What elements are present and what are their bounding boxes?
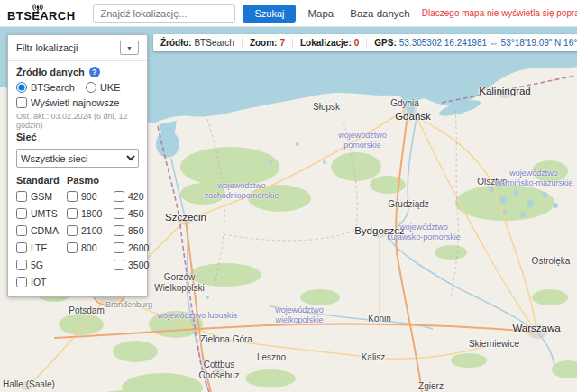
column-standard-label: Standard xyxy=(16,175,67,186)
band-checkbox-900[interactable]: 900 xyxy=(67,189,114,203)
radio-btsearch[interactable]: BTSearch xyxy=(16,82,75,93)
info-source: Źródło:BTSearch xyxy=(153,38,242,48)
filter-collapse-button[interactable]: ▼ xyxy=(120,41,139,55)
top-bar: BTSEARCH Szukaj Mapa Baza danych Dlaczeg… xyxy=(0,0,577,27)
band-checkbox-2100[interactable]: 2100 xyxy=(67,223,114,237)
standard-label: UMTS xyxy=(31,208,58,219)
band-label: 2600 xyxy=(128,242,149,253)
info-zoom: Zoom:7 xyxy=(242,38,292,48)
info-locations-label: Lokalizacje: xyxy=(300,38,352,48)
show-newest-label: Wyświetl najnowsze xyxy=(31,97,119,108)
network-select[interactable]: Wszystkie sieci xyxy=(16,149,139,168)
band-checkbox-input-800[interactable] xyxy=(67,242,78,253)
band-label: 900 xyxy=(81,191,97,202)
info-locations-value: 0 xyxy=(354,38,360,48)
band-checkbox-input-1800[interactable] xyxy=(67,208,78,219)
band-label: 2100 xyxy=(81,225,102,236)
info-zoom-label: Zoom: xyxy=(250,38,278,48)
standard-label: 5G xyxy=(31,260,43,270)
show-newest-checkbox-input[interactable] xyxy=(16,97,27,108)
radio-uke-input[interactable] xyxy=(86,82,96,93)
standard-label: LTE xyxy=(31,242,47,253)
band-checkbox-450[interactable]: 450 xyxy=(114,206,149,220)
band-checkbox-input-850[interactable] xyxy=(114,225,124,236)
column-pasmo-label: Pasmo xyxy=(67,175,114,186)
radio-uke[interactable]: UKE xyxy=(86,82,121,93)
filter-panel-title: Filtr lokalizacji xyxy=(16,42,78,53)
search-input[interactable] xyxy=(93,4,235,23)
info-source-value: BTSearch xyxy=(194,38,234,48)
show-newest-checkbox[interactable]: Wyświetl najnowsze xyxy=(16,97,139,108)
info-source-label: Źródło: xyxy=(160,38,191,48)
info-gps: GPS:53.305302 16.241981 ⇔ 53°18'19.09" N… xyxy=(366,38,577,48)
standard-checkbox-5g[interactable]: 5G xyxy=(16,258,67,271)
band-label: 3500 xyxy=(128,260,149,270)
standard-checkbox-input-iot[interactable] xyxy=(16,277,27,287)
standard-checkbox-lte[interactable]: LTE xyxy=(16,241,67,254)
band-label: 450 xyxy=(128,208,144,219)
radio-btsearch-label: BTSearch xyxy=(31,82,75,93)
band-label: 1800 xyxy=(81,208,102,219)
band-label: 850 xyxy=(128,225,144,236)
standard-checkbox-input-5g[interactable] xyxy=(16,260,27,270)
info-locations: Lokalizacje:0 xyxy=(292,38,366,48)
last-update-text: Ost. akt.: 03.02.2024 (6 dni, 12 godzin) xyxy=(16,112,139,130)
band-checkbox-input-450[interactable] xyxy=(114,208,124,219)
band-label: 800 xyxy=(81,242,97,253)
band-checkbox-3500[interactable]: 3500 xyxy=(114,258,149,271)
help-icon[interactable]: ? xyxy=(89,67,100,77)
source-section-label: Źródło danych xyxy=(16,67,85,77)
band-label: 420 xyxy=(128,191,144,202)
band-checkbox-850[interactable]: 850 xyxy=(114,223,149,237)
radio-uke-label: UKE xyxy=(100,82,121,93)
band-checkbox-input-900[interactable] xyxy=(67,191,78,202)
map-warning-link[interactable]: Dlaczego mapa nie wyświetla się poprawni… xyxy=(422,8,577,18)
band-checkbox-420[interactable]: 420 xyxy=(114,189,149,203)
standard-checkbox-gsm[interactable]: GSM xyxy=(16,189,67,203)
band-checkbox-input-2100[interactable] xyxy=(67,225,78,236)
nav-database[interactable]: Baza danych xyxy=(345,5,415,23)
standard-checkbox-iot[interactable]: IOT xyxy=(16,275,67,288)
empty-cell xyxy=(67,258,114,271)
standard-checkbox-input-gsm[interactable] xyxy=(16,191,27,202)
antenna-icon xyxy=(31,3,45,16)
band-checkbox-input-3500[interactable] xyxy=(114,260,124,270)
empty-cell xyxy=(67,275,114,288)
standard-checkbox-input-cdma[interactable] xyxy=(16,225,27,236)
standard-label: CDMA xyxy=(31,225,59,236)
standard-label: IOT xyxy=(31,277,47,287)
filter-checkbox-grid: GSM900420UMTS1800450CDMA2100850LTE800260… xyxy=(16,189,139,288)
radio-btsearch-input[interactable] xyxy=(16,82,27,93)
standard-checkbox-input-lte[interactable] xyxy=(16,242,27,253)
divider xyxy=(8,60,147,61)
band-checkbox-input-2600[interactable] xyxy=(114,242,124,253)
band-checkbox-1800[interactable]: 1800 xyxy=(67,206,114,220)
info-gps-value: 53.305302 16.241981 ⇔ 53°18'19.09" N 16°… xyxy=(399,38,577,48)
standard-label: GSM xyxy=(31,191,52,202)
band-checkbox-input-420[interactable] xyxy=(114,191,124,202)
filter-panel: Filtr lokalizacji ▼ Źródło danych ? BTSe… xyxy=(7,34,148,297)
standard-checkbox-input-umts[interactable] xyxy=(16,208,27,219)
map-info-bar: Źródło:BTSearch Zoom:7 Lokalizacje:0 GPS… xyxy=(153,34,577,51)
network-section-label: Sieć xyxy=(16,132,37,142)
band-checkbox-800[interactable]: 800 xyxy=(67,241,114,254)
band-checkbox-2600[interactable]: 2600 xyxy=(114,241,149,254)
nav-map[interactable]: Mapa xyxy=(303,5,338,23)
search-button[interactable]: Szukaj xyxy=(243,5,296,23)
info-zoom-value: 7 xyxy=(279,38,285,48)
standard-checkbox-umts[interactable]: UMTS xyxy=(16,206,67,220)
logo[interactable]: BTSEARCH xyxy=(7,5,77,23)
info-gps-label: GPS: xyxy=(374,38,396,48)
empty-cell xyxy=(114,275,149,288)
standard-checkbox-cdma[interactable]: CDMA xyxy=(16,223,67,237)
